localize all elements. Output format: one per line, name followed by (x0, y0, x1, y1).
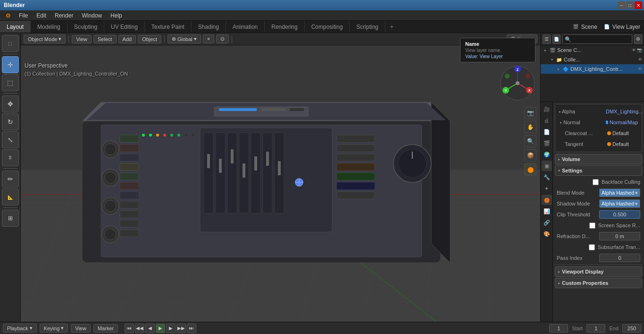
prop-render-icon[interactable]: 🎥 (542, 104, 552, 114)
tab-layout[interactable]: Layout (0, 21, 31, 33)
object-menu[interactable]: Object (138, 35, 161, 43)
menu-help[interactable]: Help (107, 11, 126, 20)
normal-node-value[interactable]: Normal/Map (610, 120, 638, 125)
add-menu[interactable]: Add (118, 35, 136, 43)
prev-keyframe-btn[interactable]: ◀◀ (135, 324, 144, 333)
tab-sculpting[interactable]: Sculpting (67, 21, 104, 33)
marker-menu[interactable]: Marker (93, 324, 118, 333)
zoom-button[interactable]: 🔍 (524, 135, 536, 147)
nav-gizmo[interactable]: Z X Y (499, 64, 536, 102)
clip-threshold-value[interactable]: 0.500 (599, 210, 640, 219)
tree-item-scene[interactable]: ▸ 🎬 Scene C... 👁 📷 (541, 45, 644, 55)
camera-view-button[interactable]: 📷 (524, 107, 536, 119)
object-mode-dropdown[interactable]: Object Mode ▾ (24, 34, 66, 43)
tree-item-collection[interactable]: ▾ 📁 Colle... 👁 (541, 55, 644, 64)
custom-props-section-header[interactable]: ▸ Custom Properties (555, 278, 642, 288)
prop-output-icon[interactable]: 🖨 (542, 115, 552, 126)
shadow-mode-dropdown[interactable]: Alpha Hashed ▾ (599, 199, 640, 208)
select-tool[interactable]: ⬚ (2, 74, 19, 91)
prop-scene-icon[interactable]: 🎬 (542, 138, 552, 148)
clearcoat-node-value[interactable]: Default (612, 130, 629, 136)
prev-frame-btn[interactable]: ◀ (145, 324, 155, 333)
prop-data-icon[interactable]: 📊 (542, 206, 552, 216)
panel-options-btn[interactable]: ⚙ (634, 34, 642, 44)
tab-compositing[interactable]: Compositing (305, 21, 350, 33)
mode-selector[interactable]: ⬚ (2, 35, 19, 52)
view-layer-name[interactable]: View Layer (612, 24, 640, 30)
pass-index-value[interactable]: 0 (599, 254, 640, 262)
menu-edit[interactable]: Edit (33, 11, 50, 20)
prop-world-icon[interactable]: 🌍 (542, 149, 552, 160)
add-workspace-button[interactable]: + (385, 21, 398, 33)
end-frame-input[interactable] (622, 324, 641, 333)
collection-view-button[interactable]: 📦 (524, 149, 536, 162)
frame-start-btn[interactable]: ⏮ (125, 324, 134, 333)
subsurface-tran-checkbox[interactable] (589, 244, 595, 250)
prop-particles-icon[interactable]: ✦ (542, 183, 552, 194)
minimize-button[interactable]: ─ (618, 1, 625, 9)
scene-name[interactable]: Scene (581, 24, 597, 30)
volume-section-header[interactable]: ▸ Volume (555, 154, 642, 164)
next-frame-btn[interactable]: ▶ (166, 324, 176, 333)
transform-orientation[interactable]: ⊕ Global ▾ (167, 34, 201, 43)
prop-material-icon[interactable]: ⬤ (542, 195, 552, 205)
tangent-node-value[interactable]: Default (612, 141, 629, 147)
prop-view-layer-icon[interactable]: 📄 (542, 127, 552, 137)
backface-culling-checkbox[interactable] (593, 179, 599, 185)
tab-animation[interactable]: Animation (226, 21, 265, 33)
measure-tool[interactable]: 📐 (2, 188, 19, 206)
prop-modifiers-icon[interactable]: 🔧 (542, 172, 552, 182)
menu-window[interactable]: Window (78, 11, 106, 20)
material-view-button[interactable]: ⬤ (524, 163, 536, 176)
rotate-tool[interactable]: ↻ (2, 113, 19, 130)
add-object-tool[interactable]: ⊞ (2, 210, 19, 227)
cursor-tool[interactable]: ✛ (2, 56, 19, 73)
view-menu-timeline[interactable]: View (71, 324, 91, 333)
select-menu[interactable]: Select (93, 35, 117, 43)
move-tool[interactable]: ✥ (2, 95, 19, 112)
proportional-btn[interactable]: ⊙ (216, 34, 229, 43)
tree-item-dmx[interactable]: ▸ 🔷 DMX_Lighting_Contr... 👁 (541, 64, 644, 74)
screen-space-r-checkbox[interactable] (589, 223, 595, 229)
panel-filter-button[interactable]: ☰ (543, 34, 551, 44)
snap-btn[interactable]: ⌖ (203, 34, 214, 43)
next-keyframe-btn[interactable]: ▶▶ (176, 324, 186, 333)
start-frame-input[interactable] (586, 324, 605, 333)
viewport-display-section-header[interactable]: ▸ Viewport Display (555, 266, 642, 277)
refraction-d-value[interactable]: 0 m (599, 232, 640, 240)
tab-modeling[interactable]: Modeling (31, 21, 67, 33)
menu-render[interactable]: Render (51, 11, 77, 20)
playback-menu[interactable]: Playback ▾ (3, 324, 37, 333)
menu-blender[interactable]: ⊙ (2, 11, 14, 20)
maximize-button[interactable]: □ (626, 1, 634, 9)
viewport-canvas[interactable]: User Perspective (1) Collection | DMX_Li… (21, 45, 540, 322)
settings-section-header[interactable]: ▾ Settings (555, 165, 642, 176)
annotate-tool[interactable]: ✏ (2, 171, 19, 188)
tab-texture-paint[interactable]: Texture Paint (145, 21, 192, 33)
close-button[interactable]: ✕ (635, 1, 642, 9)
col-eye-icon[interactable]: 👁 (638, 57, 642, 62)
scale-tool[interactable]: ⤡ (2, 131, 19, 148)
pan-tool-button[interactable]: ✋ (524, 121, 536, 133)
play-btn[interactable]: ▶ (156, 324, 165, 333)
view-menu[interactable]: View (72, 35, 92, 43)
alpha-node-value[interactable]: DMX_Lighting... (606, 109, 643, 114)
prop-shader-icon[interactable]: 🎨 (542, 229, 552, 239)
outliner-search-input[interactable] (562, 34, 632, 44)
tab-shading[interactable]: Shading (192, 21, 226, 33)
viewport[interactable]: Object Mode ▾ View Select Add Object ⊕ G… (21, 33, 540, 322)
current-frame-input[interactable] (549, 324, 568, 333)
camera-icon[interactable]: 📷 (637, 48, 642, 52)
tab-scripting[interactable]: Scripting (350, 21, 385, 33)
tab-rendering[interactable]: Rendering (265, 21, 304, 33)
transform-tool[interactable]: ⧖ (2, 149, 19, 166)
prop-object-icon[interactable]: ▣ (542, 161, 552, 171)
keying-menu[interactable]: Keying ▾ (40, 324, 68, 333)
prop-constraints-icon[interactable]: 🔗 (542, 217, 552, 228)
eye-icon[interactable]: 👁 (632, 48, 636, 52)
frame-end-btn[interactable]: ⏭ (187, 324, 196, 333)
blend-mode-dropdown[interactable]: Alpha Hashed ▾ (599, 188, 640, 197)
dmx-eye-icon[interactable]: 👁 (638, 67, 642, 71)
panel-icon-btn[interactable]: 📄 (552, 34, 560, 44)
menu-file[interactable]: File (15, 11, 32, 20)
